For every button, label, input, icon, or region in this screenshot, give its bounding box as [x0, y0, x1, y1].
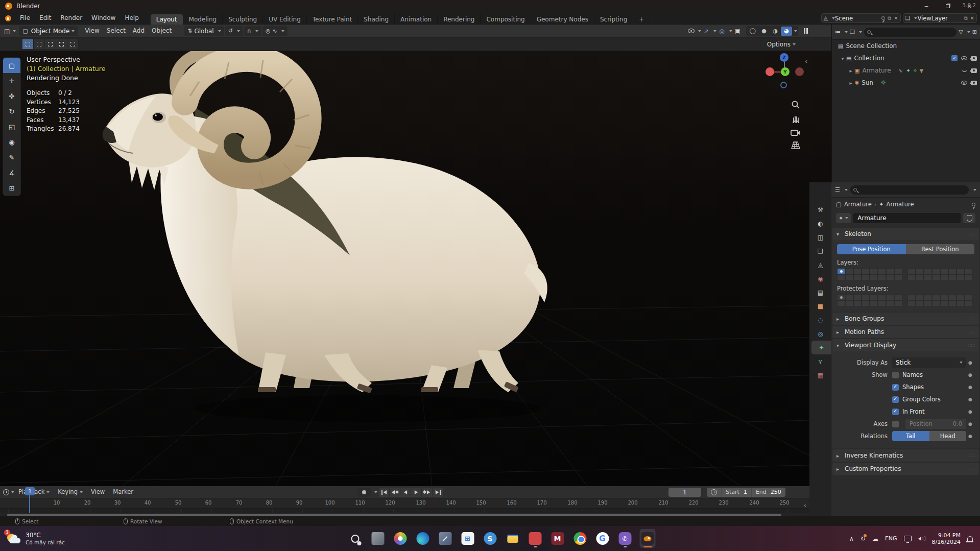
- timeline-collapse-arrow[interactable]: ‹: [804, 501, 806, 509]
- menu-item[interactable]: Edit: [35, 12, 56, 24]
- workspace-tab[interactable]: Texture Paint: [307, 14, 358, 25]
- shading-material-button[interactable]: ◑: [770, 27, 781, 36]
- menu-item[interactable]: File: [15, 12, 35, 24]
- axis-x-negative-handle[interactable]: [795, 67, 804, 76]
- previous-keyframe-button[interactable]: [390, 488, 400, 497]
- next-keyframe-button[interactable]: [422, 488, 433, 497]
- blender-menu-icon[interactable]: [5, 15, 11, 21]
- layer-toggle[interactable]: [886, 268, 894, 274]
- tab-bone[interactable]: ⋎: [809, 354, 831, 368]
- protected-layer-toggle[interactable]: [916, 300, 924, 306]
- axis-x-handle[interactable]: [766, 67, 774, 76]
- viewlayer-name[interactable]: ViewLayer: [917, 15, 961, 22]
- custom-properties-header[interactable]: ▸ Custom Properties ∷∷: [832, 463, 979, 475]
- row-label[interactable]: Collection: [854, 55, 884, 62]
- protected-layer-toggle[interactable]: [965, 294, 973, 300]
- annotate-tool[interactable]: ✎: [3, 150, 20, 165]
- layer-toggle[interactable]: [957, 268, 965, 274]
- drag-handle-icon[interactable]: ∷∷: [967, 231, 975, 237]
- workspace-tab[interactable]: Geometry Nodes: [531, 14, 594, 25]
- protected-layer-toggle[interactable]: [948, 294, 957, 300]
- taskbar-chrome-app[interactable]: [572, 529, 588, 548]
- view-menu[interactable]: View: [87, 486, 109, 498]
- select-box-tool[interactable]: ▢: [3, 58, 20, 73]
- workspace-tab[interactable]: Layout: [151, 14, 183, 25]
- timeline-ruler[interactable]: 1020304050607080901001101201301401501601…: [0, 498, 809, 509]
- tab-object[interactable]: ■: [809, 299, 831, 313]
- navigation-gizmo[interactable]: Z Y: [760, 52, 807, 99]
- pose-position-button[interactable]: Pose Position: [837, 244, 906, 254]
- relations-head-button[interactable]: Head: [929, 431, 967, 441]
- overlays-toggle-icon[interactable]: ◎: [719, 28, 724, 35]
- animate-dot[interactable]: ●: [966, 385, 974, 390]
- workspace-tab[interactable]: Modeling: [183, 14, 223, 25]
- zoom-icon[interactable]: [791, 100, 800, 109]
- protected-layer-toggle[interactable]: [924, 294, 932, 300]
- axis-z-negative-handle[interactable]: [780, 82, 787, 88]
- display-as-dropdown[interactable]: Stick: [892, 357, 966, 368]
- notification-bell-icon[interactable]: [967, 536, 973, 541]
- outliner-row-armature[interactable]: ▸ ▣ Armature ∿ ✦ ✧ ▼: [832, 64, 980, 77]
- viewport-display-header[interactable]: ▾ Viewport Display ∷∷: [832, 339, 979, 351]
- pan-hand-icon[interactable]: [791, 114, 800, 124]
- layer-toggle[interactable]: [932, 274, 940, 280]
- axis-z-handle[interactable]: Z: [780, 53, 788, 62]
- outliner-row-sun[interactable]: ▸ ✺ Sun ☼: [832, 77, 980, 89]
- menu-item[interactable]: Help: [120, 12, 143, 24]
- fake-user-button[interactable]: [963, 213, 975, 223]
- new-collection-icon[interactable]: ⊞: [972, 29, 977, 35]
- timeline-track[interactable]: [0, 509, 809, 513]
- workspace-tab[interactable]: Animation: [395, 14, 438, 25]
- animate-dot[interactable]: ●: [966, 421, 974, 426]
- grid-toggle-icon[interactable]: [791, 141, 800, 150]
- filter-funnel-icon[interactable]: ▽: [959, 29, 963, 35]
- taskbar-blender-app[interactable]: [639, 529, 655, 548]
- options-dropdown[interactable]: Options: [767, 41, 796, 48]
- taskbar-mail-app[interactable]: M: [549, 529, 565, 548]
- layer-toggle[interactable]: [916, 274, 924, 280]
- layer-toggle[interactable]: [965, 274, 973, 280]
- pin-icon[interactable]: [972, 203, 975, 206]
- animate-dot[interactable]: ●: [966, 397, 974, 402]
- layer-toggle[interactable]: [853, 268, 862, 274]
- use-preview-range-button[interactable]: [707, 488, 722, 497]
- layer-toggle[interactable]: [894, 274, 902, 280]
- select-mode-subtract[interactable]: [45, 39, 56, 49]
- taskbar-photos-app[interactable]: [392, 529, 408, 548]
- protected-layer-toggle[interactable]: [932, 294, 940, 300]
- layer-toggle[interactable]: [870, 274, 878, 280]
- current-frame-field[interactable]: 1: [668, 488, 701, 497]
- protected-layer-toggle[interactable]: [886, 300, 894, 306]
- layer-toggle[interactable]: [853, 274, 862, 280]
- properties-search-input[interactable]: [850, 185, 969, 195]
- disclosure-triangle[interactable]: ▾: [839, 56, 846, 61]
- layer-toggle[interactable]: [924, 274, 932, 280]
- taskbar-snip-app[interactable]: [437, 529, 453, 548]
- workspace-tab[interactable]: Shading: [358, 14, 395, 25]
- disable-render-icon[interactable]: [971, 56, 977, 61]
- clock[interactable]: 9:04 PM 8/16/2024: [932, 532, 961, 545]
- properties-editor-icon[interactable]: ☰: [835, 186, 840, 193]
- jump-to-start-button[interactable]: [379, 488, 390, 497]
- onedrive-cloud-icon[interactable]: ☁: [872, 535, 878, 542]
- display-mode-icon[interactable]: ≔: [835, 29, 841, 35]
- layer-toggle[interactable]: [957, 274, 965, 280]
- play-button[interactable]: [411, 488, 422, 497]
- move-tool[interactable]: ✜: [3, 88, 20, 104]
- protected-layer-toggle[interactable]: [837, 300, 845, 306]
- animate-dot[interactable]: ●: [966, 434, 974, 439]
- weather-widget[interactable]: 1 30°C Có mây rải rác: [0, 532, 123, 546]
- breadcrumb-data[interactable]: Armature: [887, 201, 914, 208]
- drag-handle-icon[interactable]: ∷∷: [967, 453, 975, 459]
- armature-name-field[interactable]: Armature: [853, 213, 961, 223]
- layer-toggle[interactable]: [916, 268, 924, 274]
- xray-toggle-icon[interactable]: ▣: [735, 28, 740, 35]
- row-label[interactable]: Armature: [862, 67, 891, 74]
- tab-render[interactable]: ◐: [809, 217, 831, 230]
- cursor-tool[interactable]: ✛: [3, 73, 20, 88]
- rotate-tool[interactable]: ↻: [3, 104, 20, 119]
- viewport-menu-item[interactable]: Select: [103, 25, 129, 37]
- drag-handle-icon[interactable]: ∷∷: [967, 316, 975, 322]
- layer-toggle[interactable]: [878, 268, 886, 274]
- pivot-dropdown[interactable]: ↺: [225, 26, 243, 36]
